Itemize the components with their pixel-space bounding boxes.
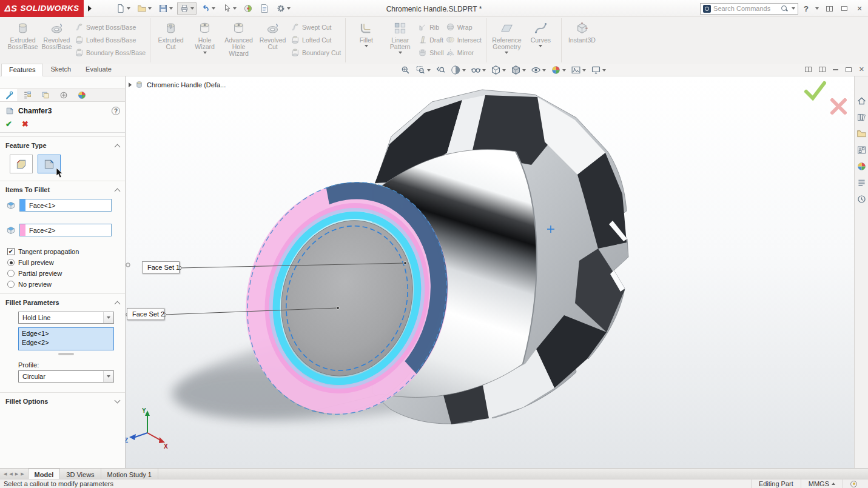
btn-boundary-boss-base[interactable]: Boundary Boss/Base [75,48,146,57]
btn-advanced-hole-wizard[interactable]: Advanced Hole Wizard [223,19,255,57]
help-caret-icon[interactable] [815,7,819,10]
tab-display-manager[interactable] [73,89,91,101]
btn-revolved-cut[interactable]: Revolved Cut [257,19,289,50]
scroll-last-icon[interactable]: ▶ [21,472,24,476]
select-button[interactable] [220,2,239,15]
open-button[interactable] [135,2,154,15]
zoom-to-fit-icon[interactable] [399,64,412,76]
split-view2-button[interactable] [819,67,826,72]
window-close-button[interactable]: ✕ [855,4,864,13]
full-preview-radio[interactable]: Full preview [0,257,125,268]
face-selection-field-1[interactable]: Face<1> [19,199,112,212]
tab-dimxpert-manager[interactable] [55,89,73,101]
scroll-first-icon[interactable]: ◀ [4,472,7,476]
btn-extruded-cut[interactable]: Extruded Cut [155,19,187,50]
hide-show-items-icon[interactable] [530,64,547,76]
section-view-icon[interactable] [449,64,467,76]
tab-property-manager[interactable] [0,89,18,101]
section-fillet-options[interactable]: Fillet Options [0,392,125,408]
callout-face-set-1[interactable]: Face Set 1 [142,261,180,273]
tab-configuration-manager[interactable] [36,89,55,101]
model-3d-view[interactable]: Y X Z [126,76,854,468]
file-explorer-icon[interactable] [856,129,867,139]
btn-extruded-boss-base[interactable]: Extruded Boss/Base [7,19,39,50]
btn-boundary-cut[interactable]: Boundary Cut [291,48,341,57]
section-fillet-parameters[interactable]: Fillet Parameters [0,293,125,309]
fillet-type-dropdown[interactable]: Hold Line [18,312,114,324]
edge-list-item[interactable]: Edge<1> [22,329,110,338]
btn-reference-geometry[interactable]: Reference Geometry [491,19,523,54]
zoom-to-area-icon[interactable] [414,64,432,76]
btn-shell[interactable]: Shell [418,48,443,57]
split-view-button[interactable] [805,67,812,72]
face-selection-field-2[interactable]: Face<2> [19,224,112,236]
pm-help-button[interactable]: ? [112,107,120,115]
save-button[interactable] [156,2,175,15]
scroll-prev-icon[interactable]: ◀ [9,472,12,476]
search-caret-icon[interactable] [792,7,795,10]
solidworks-resources-icon[interactable] [856,194,867,204]
menu-flyout-arrow-icon[interactable] [88,5,92,12]
window-tile-button[interactable] [824,4,834,13]
graphics-area[interactable]: Y X Z Chromenic Handle (Defa... Face Set… [126,76,854,468]
search-icon[interactable] [781,5,788,12]
profile-dropdown[interactable]: Circular [18,370,114,383]
custom-properties-icon[interactable] [856,178,867,188]
dynamic-annotation-views-icon[interactable] [469,64,487,76]
options-button[interactable] [274,2,293,15]
tab-features[interactable]: Features [1,64,43,76]
partial-preview-radio[interactable]: Partial preview [0,268,125,279]
unit-system-selector[interactable]: MMGS [801,480,843,488]
previous-view-icon[interactable] [434,64,447,76]
btn-wrap[interactable]: Wrap [446,22,482,32]
view-palette-icon[interactable] [856,145,867,155]
search-scope-icon[interactable] [703,5,711,13]
design-library-icon[interactable] [856,112,867,122]
tab-scroll-buttons[interactable]: ◀ ◀ ▶ ▶ [0,469,28,479]
btn-revolved-boss-base[interactable]: Revolved Boss/Base [41,19,73,50]
hold-line-edge-list[interactable]: Edge<1> Edge<2> [18,327,114,350]
section-items-to-fillet[interactable]: Items To Fillet [0,181,125,196]
doc-close-button[interactable]: ✕ [859,65,864,73]
undo-button[interactable] [198,2,218,15]
btn-linear-pattern[interactable]: Linear Pattern [384,19,416,54]
scroll-next-icon[interactable]: ▶ [15,472,18,476]
btn-swept-cut[interactable]: Swept Cut [291,22,341,32]
tab-sketch[interactable]: Sketch [43,64,78,76]
search-commands-box[interactable] [700,3,798,15]
tangent-propagation-checkbox[interactable]: ✔Tangent propagation [0,246,125,257]
btn-rib[interactable]: Rib [418,22,443,32]
btn-instant3d[interactable]: Instant3D [566,19,598,44]
doc-minimize-button[interactable] [833,69,838,70]
pm-ok-button[interactable]: ✔ [5,119,12,129]
btn-fillet[interactable]: Fillet [350,19,382,47]
breadcrumb[interactable]: Chromenic Handle (Defa... [129,80,226,89]
home-icon[interactable] [856,96,867,106]
tab-motion-study-1[interactable]: Motion Study 1 [101,469,158,479]
tab-feature-manager[interactable] [18,89,36,101]
btn-draft[interactable]: Draft [418,35,443,44]
print-button[interactable] [177,2,197,15]
confirmation-corner[interactable] [806,83,845,113]
edge-list-item[interactable]: Edge<2> [22,338,110,347]
pm-cancel-button[interactable]: ✖ [22,119,29,129]
btn-curves[interactable]: Curves [525,19,557,47]
breadcrumb-expand-icon[interactable] [129,82,132,87]
view-orientation-icon[interactable] [490,64,507,76]
chamfer-type-angle-distance-button[interactable] [10,155,33,173]
window-restore-button[interactable] [839,4,849,13]
apply-scene-icon[interactable] [570,64,587,76]
view-settings-icon[interactable] [590,64,607,76]
search-input[interactable] [713,5,778,12]
tab-evaluate[interactable]: Evaluate [78,64,119,76]
status-quick-tips[interactable] [843,480,864,488]
btn-hole-wizard[interactable]: Hole Wizard [189,19,221,54]
edit-appearance-icon[interactable] [550,64,567,76]
doc-restore-button[interactable] [846,67,852,72]
btn-mirror[interactable]: Mirror [446,48,482,57]
btn-lofted-cut[interactable]: Lofted Cut [291,35,341,44]
tab-3d-views[interactable]: 3D Views [60,469,101,479]
callout-face-set-2[interactable]: Face Set 2 [127,308,164,320]
display-style-icon[interactable] [510,64,527,76]
btn-swept-boss-base[interactable]: Swept Boss/Base [75,22,146,32]
